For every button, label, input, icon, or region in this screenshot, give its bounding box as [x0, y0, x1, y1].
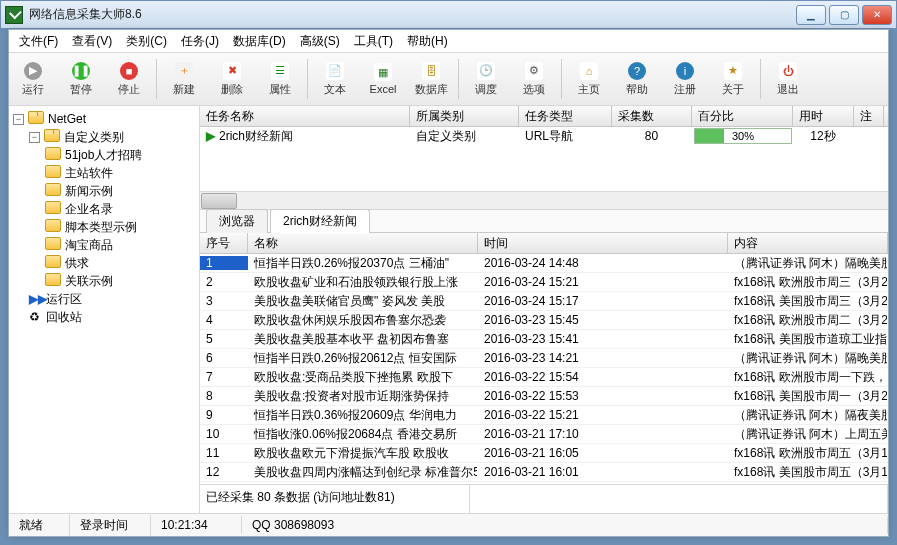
toolbar-调度[interactable]: 🕒调度 [462, 62, 510, 97]
task-grid-col[interactable]: 所属类别 [410, 106, 519, 126]
task-grid-col[interactable]: 采集数 [612, 106, 692, 126]
menu-item[interactable]: 数据库(D) [227, 31, 292, 52]
toolbar-运行[interactable]: ▶运行 [9, 62, 57, 97]
toolbar-separator [156, 59, 157, 99]
tree-item[interactable]: 企业名录 [45, 200, 199, 218]
right-pane: 任务名称所属类别任务类型采集数百分比用时注释 ▶2rich财经新闻自定义类别UR… [200, 106, 888, 513]
toolbar-注册[interactable]: i注册 [661, 62, 709, 97]
tree-item[interactable]: 淘宝商品 [45, 236, 199, 254]
status-empty [470, 485, 888, 513]
task-grid-col[interactable]: 任务类型 [519, 106, 612, 126]
play-icon: ▶ [206, 129, 215, 143]
tree-root[interactable]: −NetGet −自定义类别 51job人才招聘主站软件新闻示例企业名录脚本类型… [13, 110, 199, 326]
task-row[interactable]: ▶2rich财经新闻自定义类别URL导航8030%12秒 [200, 127, 888, 145]
menu-item[interactable]: 高级(S) [294, 31, 346, 52]
maximize-button[interactable]: ▢ [829, 5, 859, 25]
minimize-button[interactable]: ▁ [796, 5, 826, 25]
folder-icon [45, 147, 61, 160]
data-row[interactable]: 7欧股收盘:受商品类股下挫拖累 欧股下2016-03-22 15:54fx168… [200, 368, 888, 387]
menu-item[interactable]: 工具(T) [348, 31, 399, 52]
status-qq: QQ 308698093 [242, 516, 888, 534]
data-cell: 8 [200, 389, 248, 403]
tree-item[interactable]: 关联示例 [45, 272, 199, 290]
toolbar-数据库[interactable]: 🗄数据库 [407, 62, 455, 97]
data-row[interactable]: 1恒指半日跌0.26%报20370点 三桶油"2016-03-24 14:48（… [200, 254, 888, 273]
tree-item-label: 关联示例 [65, 274, 113, 288]
run-icon: ▶▶ [29, 290, 43, 308]
horizontal-scrollbar[interactable] [200, 191, 888, 209]
menu-item[interactable]: 帮助(H) [401, 31, 454, 52]
data-row[interactable]: 2欧股收盘矿业和石油股领跌银行股上涨2016-03-24 15:21fx168讯… [200, 273, 888, 292]
toolbar-文本[interactable]: 📄文本 [311, 62, 359, 97]
data-grid-body[interactable]: 1恒指半日跌0.26%报20370点 三桶油"2016-03-24 14:48（… [200, 254, 888, 484]
toolbar-label: 新建 [173, 82, 195, 97]
data-row[interactable]: 3美股收盘美联储官员鹰" 姿风发 美股2016-03-24 15:17fx168… [200, 292, 888, 311]
task-grid-col[interactable]: 任务名称 [200, 106, 410, 126]
task-grid-col[interactable]: 百分比 [692, 106, 793, 126]
tree-item[interactable]: 主站软件 [45, 164, 199, 182]
toolbar-关于[interactable]: ★关于 [709, 62, 757, 97]
task-grid-col[interactable]: 注释 [854, 106, 884, 126]
toolbar-删除[interactable]: ✖删除 [208, 62, 256, 97]
tree-item[interactable]: 51job人才招聘 [45, 146, 199, 164]
toolbar-停止[interactable]: ■停止 [105, 62, 153, 97]
toolbar-Excel[interactable]: ▦Excel [359, 63, 407, 95]
toolbar-新建[interactable]: ＋新建 [160, 62, 208, 97]
data-cell: fx168讯 欧洲股市周一下跌，商品类股 [728, 369, 888, 386]
toolbar-选项[interactable]: ⚙选项 [510, 62, 558, 97]
data-row[interactable]: 9恒指半日跌0.36%报20609点 华润电力2016-03-22 15:21（… [200, 406, 888, 425]
toolbar-帮助[interactable]: ?帮助 [613, 62, 661, 97]
toolbar-退出[interactable]: ⏻退出 [764, 62, 812, 97]
toolbar-主页[interactable]: ⌂主页 [565, 62, 613, 97]
tree-item[interactable]: 脚本类型示例 [45, 218, 199, 236]
tree-item[interactable]: 新闻示例 [45, 182, 199, 200]
data-row[interactable]: 10恒指收涨0.06%报20684点 香港交易所2016-03-21 17:10… [200, 425, 888, 444]
data-grid-col[interactable]: 内容 [728, 233, 888, 253]
menu-item[interactable]: 查看(V) [66, 31, 118, 52]
data-row[interactable]: 5美股收盘美股基本收平 盘初因布鲁塞2016-03-23 15:41fx168讯… [200, 330, 888, 349]
task-grid-col[interactable]: 用时 [793, 106, 854, 126]
toolbar-暂停[interactable]: ❚❚暂停 [57, 62, 105, 97]
data-cell: 6 [200, 351, 248, 365]
选项-icon: ⚙ [525, 62, 543, 80]
data-grid-col[interactable]: 名称 [248, 233, 478, 253]
tab-task[interactable]: 2rich财经新闻 [270, 209, 370, 233]
toolbar-label: 暂停 [70, 82, 92, 97]
tab-browser[interactable]: 浏览器 [206, 209, 268, 233]
tree-root-label: NetGet [48, 112, 86, 126]
folder-icon [45, 273, 61, 286]
menu-item[interactable]: 文件(F) [13, 31, 64, 52]
data-grid-col[interactable]: 时间 [478, 233, 728, 253]
tree-category[interactable]: −自定义类别 51job人才招聘主站软件新闻示例企业名录脚本类型示例淘宝商品供求… [29, 128, 199, 290]
data-row[interactable]: 11欧股收盘欧元下滑提振汽车股 欧股收2016-03-21 16:05fx168… [200, 444, 888, 463]
tree-item-label: 企业名录 [65, 202, 113, 216]
tree-item[interactable]: 供求 [45, 254, 199, 272]
data-grid-col[interactable]: 序号 [200, 233, 248, 253]
toolbar: ▶运行❚❚暂停■停止＋新建✖删除☰属性📄文本▦Excel🗄数据库🕒调度⚙选项⌂主… [9, 53, 888, 106]
data-cell: 2016-03-22 15:21 [478, 408, 728, 422]
data-row[interactable]: 6恒指半日跌0.26%报20612点 恒安国际2016-03-23 14:21（… [200, 349, 888, 368]
toolbar-label: 退出 [777, 82, 799, 97]
data-cell: fx168讯 美国股市周一（3月21日）微 [728, 388, 888, 405]
toolbar-属性[interactable]: ☰属性 [256, 62, 304, 97]
data-cell: fx168讯 欧洲股市周二（3月22日）小 [728, 312, 888, 329]
task-cell: 80 [612, 129, 692, 143]
tree-recycle[interactable]: ♻ 回收站 [29, 308, 199, 326]
data-cell: 恒指半日跌0.26%报20370点 三桶油" [248, 255, 478, 272]
data-cell: （腾讯证券讯 阿木）上周五美股继续 [728, 426, 888, 443]
tree-run-zone[interactable]: ▶▶ 运行区 [29, 290, 199, 308]
toolbar-label: 删除 [221, 82, 243, 97]
data-row[interactable]: 8美股收盘:投资者对股市近期涨势保持2016-03-22 15:53fx168讯… [200, 387, 888, 406]
toolbar-label: Excel [370, 83, 397, 95]
data-row[interactable]: 4欧股收盘休闲娱乐股因布鲁塞尔恐袭2016-03-23 15:45fx168讯 … [200, 311, 888, 330]
data-cell: 欧股收盘矿业和石油股领跌银行股上涨 [248, 274, 478, 291]
window-title: 网络信息采集大师8.6 [29, 6, 796, 23]
close-button[interactable]: ✕ [862, 5, 892, 25]
menu-item[interactable]: 类别(C) [120, 31, 173, 52]
scroll-thumb[interactable] [201, 193, 237, 209]
toolbar-label: 主页 [578, 82, 600, 97]
menu-item[interactable]: 任务(J) [175, 31, 225, 52]
退出-icon: ⏻ [779, 62, 797, 80]
status-ready: 就绪 [9, 515, 70, 536]
data-row[interactable]: 12美股收盘四周内涨幅达到创纪录 标准普尔5002016-03-21 16:01… [200, 463, 888, 482]
